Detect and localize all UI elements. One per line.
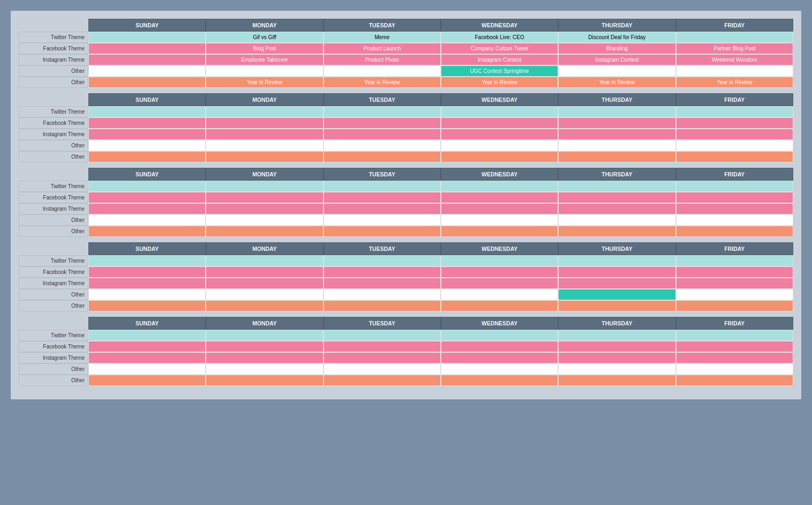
header-sunday: SUNDAY	[88, 168, 206, 181]
cell-w1-r2-c4	[558, 129, 675, 140]
cell-w0-r1-c5: Partner Blog Post	[676, 43, 793, 54]
cell-w2-r1-c5	[676, 192, 793, 203]
cell-w4-r2-c4	[558, 352, 675, 363]
cell-w2-r0-c2	[324, 181, 441, 192]
row-label-1: Facebook Theme	[19, 43, 88, 54]
row-label-3: Other	[19, 363, 88, 375]
cell-w3-r2-c2	[324, 278, 441, 289]
cell-w4-r4-c0	[88, 375, 206, 386]
cell-w3-r2-c1	[206, 278, 323, 289]
cell-w2-r0-c0	[88, 181, 206, 192]
cell-w1-r1-c1	[206, 117, 323, 129]
cell-w3-r3-c0	[88, 289, 206, 300]
cell-w2-r2-c0	[88, 203, 206, 214]
header-friday: FRIDAY	[676, 242, 793, 255]
cell-w4-r3-c0	[88, 363, 206, 375]
row-label-2: Instagram Theme	[19, 129, 88, 140]
row-label-4: Other	[19, 77, 88, 88]
cell-w1-r3-c0	[88, 140, 206, 151]
cell-w1-r3-c4	[558, 140, 675, 151]
cell-w0-r4-c0	[88, 77, 206, 88]
cell-w3-r1-c5	[676, 266, 793, 278]
cell-w1-r4-c1	[206, 151, 323, 162]
header-thursday: THURSDAY	[558, 19, 675, 32]
cell-w0-r2-c4: Instagram Contest	[558, 54, 675, 65]
header-monday: MONDAY	[206, 242, 323, 255]
header-tuesday: TUESDAY	[324, 242, 441, 255]
cell-w2-r1-c0	[88, 192, 206, 203]
header-tuesday: TUESDAY	[324, 93, 441, 106]
cell-w0-r3-c0	[88, 65, 206, 77]
cell-w4-r4-c3	[441, 375, 558, 386]
cell-w1-r3-c1	[206, 140, 323, 151]
row-label-2: Instagram Theme	[19, 278, 88, 289]
cell-w0-r3-c5	[676, 65, 793, 77]
week-block-3: SUNDAYMONDAYTUESDAYWEDNESDAYTHURSDAYFRID…	[19, 242, 793, 311]
main-container: SUNDAYMONDAYTUESDAYWEDNESDAYTHURSDAYFRID…	[11, 11, 801, 399]
cell-w1-r3-c3	[441, 140, 558, 151]
cell-w2-r3-c5	[676, 214, 793, 226]
header-label-cell	[19, 19, 88, 32]
cell-w4-r2-c1	[206, 352, 323, 363]
header-sunday: SUNDAY	[88, 317, 206, 330]
cell-w1-r2-c5	[676, 129, 793, 140]
header-thursday: THURSDAY	[558, 242, 675, 255]
cell-w2-r0-c1	[206, 181, 323, 192]
cell-w0-r1-c0	[88, 43, 206, 54]
cell-w0-r4-c3: Year in Review	[441, 77, 558, 88]
header-thursday: THURSDAY	[558, 317, 675, 330]
cell-w4-r2-c0	[88, 352, 206, 363]
week-block-2: SUNDAYMONDAYTUESDAYWEDNESDAYTHURSDAYFRID…	[19, 168, 793, 237]
header-label-cell	[19, 93, 88, 106]
cell-w4-r0-c3	[441, 330, 558, 341]
cell-w0-r2-c1: Employee Takeover	[206, 54, 323, 65]
cell-w3-r4-c3	[441, 300, 558, 311]
cell-w2-r0-c3	[441, 181, 558, 192]
cell-w0-r1-c1: Blog Post	[206, 43, 323, 54]
cell-w2-r4-c1	[206, 226, 323, 237]
cell-w3-r2-c3	[441, 278, 558, 289]
cell-w1-r1-c2	[324, 117, 441, 129]
cell-w4-r4-c1	[206, 375, 323, 386]
cell-w1-r2-c3	[441, 129, 558, 140]
cell-w4-r3-c5	[676, 363, 793, 375]
cell-w3-r1-c2	[324, 266, 441, 278]
cell-w1-r4-c3	[441, 151, 558, 162]
cell-w3-r1-c3	[441, 266, 558, 278]
cell-w4-r0-c5	[676, 330, 793, 341]
cell-w2-r2-c4	[558, 203, 675, 214]
cell-w2-r1-c1	[206, 192, 323, 203]
header-sunday: SUNDAY	[88, 93, 206, 106]
header-wednesday: WEDNESDAY	[441, 242, 558, 255]
header-friday: FRIDAY	[676, 19, 793, 32]
cell-w4-r0-c4	[558, 330, 675, 341]
cell-w0-r4-c1: Year in Review	[206, 77, 323, 88]
header-wednesday: WEDNESDAY	[441, 317, 558, 330]
cell-w0-r2-c0	[88, 54, 206, 65]
week-block-1: SUNDAYMONDAYTUESDAYWEDNESDAYTHURSDAYFRID…	[19, 93, 793, 162]
cell-w0-r1-c2: Product Launch	[324, 43, 441, 54]
cell-w0-r0-c1: Gif vs Giff	[206, 32, 323, 43]
week-block-4: SUNDAYMONDAYTUESDAYWEDNESDAYTHURSDAYFRID…	[19, 317, 793, 386]
row-label-0: Twitter Theme	[19, 32, 88, 43]
cell-w0-r0-c3: Facebook Live: CEO	[441, 32, 558, 43]
header-wednesday: WEDNESDAY	[441, 168, 558, 181]
header-friday: FRIDAY	[676, 317, 793, 330]
cell-w0-r1-c3: Company Culture Tweet	[441, 43, 558, 54]
cell-w3-r3-c1	[206, 289, 323, 300]
row-label-1: Facebook Theme	[19, 266, 88, 278]
cell-w4-r1-c4	[558, 341, 675, 352]
row-label-3: Other	[19, 140, 88, 151]
cell-w0-r0-c4: Discount Deal for Friday	[558, 32, 675, 43]
header-monday: MONDAY	[206, 19, 323, 32]
cell-w1-r1-c5	[676, 117, 793, 129]
header-tuesday: TUESDAY	[324, 19, 441, 32]
cell-w3-r3-c5	[676, 289, 793, 300]
cell-w3-r2-c4	[558, 278, 675, 289]
cell-w2-r3-c3	[441, 214, 558, 226]
header-thursday: THURSDAY	[558, 168, 675, 181]
cell-w3-r0-c3	[441, 255, 558, 266]
row-label-3: Other	[19, 214, 88, 226]
cell-w1-r2-c0	[88, 129, 206, 140]
cell-w3-r0-c0	[88, 255, 206, 266]
